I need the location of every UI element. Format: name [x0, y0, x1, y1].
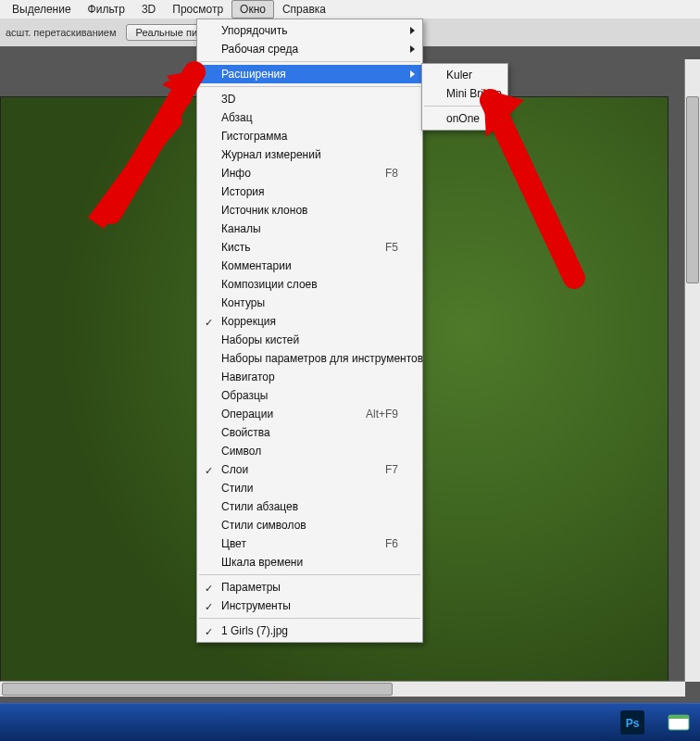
window-menu-item[interactable]: Контуры — [197, 294, 422, 312]
window-menu-item[interactable]: Образцы — [197, 386, 422, 405]
window-menu-label: Навигатор — [221, 370, 398, 383]
check-icon: ✓ — [205, 626, 213, 638]
window-menu-label: 3D — [221, 93, 398, 106]
window-menu-item[interactable]: Наборы кистей — [197, 331, 422, 349]
window-menu-label: Шкала времени — [221, 556, 398, 569]
window-menu-label: Комментарии — [221, 259, 398, 272]
menu-selection[interactable]: Выделение — [4, 0, 80, 19]
ext-menu-separator — [424, 106, 506, 107]
window-menu-item[interactable]: История — [197, 182, 422, 201]
check-icon: ✓ — [205, 317, 213, 329]
window-menu-label: История — [221, 185, 398, 198]
window-menu-label: Образцы — [221, 389, 398, 402]
menu-window[interactable]: Окно — [231, 0, 274, 19]
window-menu-item[interactable]: Гистограмма — [197, 127, 422, 145]
window-menu-separator — [199, 61, 420, 62]
shortcut-label: F6 — [385, 537, 398, 550]
task-icon-2[interactable] — [50, 709, 93, 736]
vertical-scrollbar[interactable] — [684, 59, 700, 682]
window-menu-item[interactable]: Наборы параметров для инструментов — [197, 349, 422, 368]
window-menu-item[interactable]: Упорядочить — [197, 21, 422, 40]
menu-3d[interactable]: 3D — [133, 0, 164, 19]
window-menu-item[interactable]: Навигатор — [197, 368, 422, 386]
window-menu-label: Стили символов — [221, 519, 398, 532]
menu-view[interactable]: Просмотр — [164, 0, 231, 19]
extensions-submenu: KulerMini BridgeonOne — [421, 63, 508, 131]
window-menu-item[interactable]: Комментарии — [197, 257, 422, 275]
window-menu-item[interactable]: Свойства — [197, 423, 422, 442]
window-menu-item[interactable]: Абзац — [197, 108, 422, 127]
window-menu-label: Гистограмма — [221, 130, 398, 143]
window-menu-item[interactable]: КистьF5 — [197, 238, 422, 257]
ext-menu-label: onOne — [446, 112, 483, 125]
window-menu-label: Инструменты — [221, 599, 398, 612]
window-menu-item[interactable]: Стили — [197, 479, 422, 497]
ext-menu-item[interactable]: onOne — [422, 109, 507, 128]
window-menu-item[interactable]: ✓1 Girls (7).jpg — [197, 622, 422, 640]
hscroll-thumb[interactable] — [2, 683, 393, 696]
ext-menu-item[interactable]: Kuler — [422, 66, 507, 84]
submenu-arrow-icon — [410, 45, 415, 53]
horizontal-scrollbar[interactable] — [0, 681, 685, 697]
window-menu-item[interactable]: 3D — [197, 90, 422, 108]
window-menu-label: 1 Girls (7).jpg — [221, 624, 398, 637]
window-menu-item[interactable]: Композиции слоев — [197, 275, 422, 294]
menu-filter[interactable]: Фильтр — [80, 0, 133, 19]
window-menu-item[interactable]: Символ — [197, 442, 422, 460]
check-icon: ✓ — [205, 601, 213, 613]
window-menu-item[interactable]: ЦветF6 — [197, 534, 422, 553]
window-menu-item[interactable]: ✓Параметры — [197, 578, 422, 597]
window-menu-label: Стили абзацев — [221, 500, 398, 513]
vscroll-thumb[interactable] — [686, 96, 699, 283]
window-menu-label: Инфо — [221, 167, 357, 180]
window-menu-label: Цвет — [221, 537, 357, 550]
window-menu-label: Символ — [221, 445, 398, 458]
window-menu-item[interactable]: ОперацииAlt+F9 — [197, 405, 422, 423]
menubar: Выделение Фильтр 3D Просмотр Окно Справк… — [0, 0, 700, 19]
window-menu-separator — [199, 618, 420, 619]
window-menu-item[interactable]: Рабочая среда — [197, 40, 422, 58]
window-menu-label: Свойства — [221, 426, 398, 439]
window-menu-item[interactable]: ✓Коррекция — [197, 312, 422, 331]
window-menu-item[interactable]: Источник клонов — [197, 201, 422, 220]
window-menu-item[interactable]: ✓СлоиF7 — [197, 460, 422, 479]
svg-rect-3 — [669, 715, 689, 719]
taskbar: Ps — [0, 703, 700, 741]
window-menu-item[interactable]: ✓Инструменты — [197, 597, 422, 615]
window-menu-label: Композиции слоев — [221, 278, 398, 291]
window-menu-label: Стили — [221, 482, 398, 495]
window-menu-label: Слои — [221, 463, 357, 476]
window-menu-label: Контуры — [221, 296, 398, 309]
window-menu-label: Журнал измерений — [221, 148, 398, 161]
window-menu-label: Источник клонов — [221, 204, 398, 217]
drag-scale-label: асшт. перетаскиванием — [2, 27, 120, 38]
check-icon: ✓ — [205, 583, 213, 595]
task-icon-4[interactable] — [657, 709, 700, 736]
svg-text:Ps: Ps — [626, 717, 640, 730]
task-photoshop[interactable]: Ps — [611, 709, 654, 736]
shortcut-label: F7 — [385, 463, 398, 476]
check-icon: ✓ — [205, 465, 213, 477]
window-menu-item[interactable]: Расширения — [197, 65, 422, 83]
window-menu-label: Расширения — [221, 68, 398, 81]
window-menu-item[interactable]: Журнал измерений — [197, 145, 422, 164]
window-menu-item[interactable]: ИнфоF8 — [197, 164, 422, 182]
window-menu: УпорядочитьРабочая средаРасширения3DАбза… — [196, 19, 423, 643]
window-menu-separator — [199, 574, 420, 575]
window-menu-label: Наборы кистей — [221, 333, 398, 346]
shortcut-label: Alt+F9 — [366, 408, 398, 421]
submenu-arrow-icon — [410, 27, 415, 34]
window-menu-label: Кисть — [221, 241, 357, 254]
window-menu-item[interactable]: Стили абзацев — [197, 497, 422, 516]
window-menu-item[interactable]: Шкала времени — [197, 553, 422, 571]
submenu-arrow-icon — [410, 70, 415, 78]
window-menu-item[interactable]: Стили символов — [197, 516, 422, 534]
window-menu-label: Каналы — [221, 222, 398, 235]
window-menu-label: Коррекция — [221, 315, 398, 328]
menu-help[interactable]: Справка — [274, 0, 334, 19]
shortcut-label: F8 — [385, 167, 398, 180]
window-menu-item[interactable]: Каналы — [197, 220, 422, 238]
task-icon-1[interactable] — [4, 709, 46, 736]
ext-menu-item[interactable]: Mini Bridge — [422, 84, 507, 103]
window-menu-label: Операции — [221, 408, 338, 421]
